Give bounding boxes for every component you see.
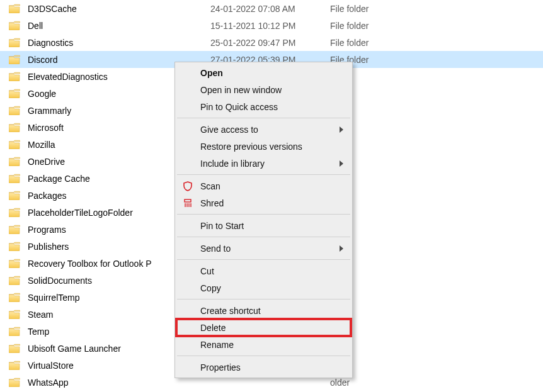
folder-icon (9, 72, 20, 81)
menu-give-access-to[interactable]: Give access to (176, 121, 351, 138)
file-name: OneDrive (28, 157, 65, 167)
file-name-cell: Dell (9, 21, 210, 31)
file-name-cell: Diagnostics (9, 38, 210, 48)
folder-icon (9, 293, 20, 302)
menu-label: Send to (200, 244, 231, 254)
file-row[interactable]: Dell15-11-2021 10:12 PMFile folder (0, 17, 543, 34)
menu-open[interactable]: Open (176, 64, 351, 81)
folder-icon (9, 361, 20, 370)
file-name: SolidDocuments (28, 276, 92, 286)
file-name: D3DSCache (28, 4, 77, 14)
menu-label: Pin to Start (200, 221, 244, 231)
file-name: Temp (28, 327, 49, 337)
shred-icon (183, 198, 193, 208)
file-type: older (330, 191, 543, 201)
menu-label: Delete (200, 323, 226, 333)
folder-icon (9, 89, 20, 98)
file-name: Steam (28, 310, 53, 320)
file-type: older (330, 140, 543, 150)
folder-icon (9, 157, 20, 166)
file-type: older (330, 208, 543, 218)
file-type: older (330, 72, 543, 82)
menu-label: Open in new window (200, 85, 282, 95)
folder-icon (9, 4, 20, 13)
file-name: Package Cache (28, 174, 90, 184)
menu-scan[interactable]: Scan (176, 177, 351, 194)
file-date: 24-01-2022 07:08 AM (210, 4, 330, 14)
folder-icon (9, 344, 20, 353)
menu-rename[interactable]: Rename (176, 336, 351, 353)
file-name: ElevatedDiagnostics (28, 72, 108, 82)
file-type: File folder (330, 55, 543, 65)
menu-label: Cut (200, 266, 214, 276)
menu-include-in-library[interactable]: Include in library (176, 155, 351, 172)
file-name: Microsoft (28, 123, 64, 133)
file-name: Dell (28, 21, 43, 31)
file-type: older (330, 242, 543, 252)
folder-icon (9, 259, 20, 268)
menu-label: Copy (200, 283, 221, 293)
menu-properties[interactable]: Properties (176, 359, 351, 376)
file-name: Packages (28, 191, 66, 201)
folder-icon (9, 106, 20, 115)
menu-open-new-window[interactable]: Open in new window (176, 81, 351, 98)
file-type: older (330, 276, 543, 286)
menu-separator (177, 118, 350, 118)
file-type: File folder (330, 38, 543, 48)
file-type: older (330, 174, 543, 184)
file-name: SquirrelTemp (28, 293, 79, 303)
folder-icon (9, 242, 20, 251)
menu-label: Pin to Quick access (200, 102, 278, 112)
menu-separator (177, 356, 350, 356)
file-type: older (330, 259, 543, 269)
folder-icon (9, 21, 20, 30)
file-name: Diagnostics (28, 38, 73, 48)
folder-icon (9, 140, 20, 149)
folder-icon (9, 310, 20, 319)
menu-delete[interactable]: Delete (176, 319, 351, 336)
file-type: older (330, 293, 543, 303)
file-type: File folder (330, 21, 543, 31)
file-date: 15-11-2021 10:12 PM (210, 21, 330, 31)
folder-icon (9, 191, 20, 200)
menu-restore-previous[interactable]: Restore previous versions (176, 138, 351, 155)
menu-copy[interactable]: Copy (176, 279, 351, 296)
file-name-cell: D3DSCache (9, 4, 210, 14)
file-type: older (330, 123, 543, 133)
folder-icon (9, 225, 20, 234)
folder-icon (9, 174, 20, 183)
file-name: VirtualStore (28, 361, 74, 371)
file-name: Grammarly (28, 106, 71, 116)
folder-icon (9, 55, 20, 64)
file-name: Google (28, 89, 56, 99)
file-type: File folder (330, 4, 543, 14)
file-type: older (330, 310, 543, 320)
menu-label: Create shortcut (200, 306, 261, 316)
folder-icon (9, 38, 20, 47)
file-name: Discord (28, 55, 57, 65)
file-type: older (330, 327, 543, 337)
file-type: older (330, 157, 543, 167)
folder-icon (9, 276, 20, 285)
menu-label: Give access to (200, 125, 258, 135)
menu-label: Include in library (200, 159, 265, 169)
menu-pin-to-start[interactable]: Pin to Start (176, 217, 351, 234)
file-name: Mozilla (28, 140, 55, 150)
menu-label: Scan (200, 181, 220, 191)
menu-label: Properties (200, 362, 241, 372)
menu-pin-quick-access[interactable]: Pin to Quick access (176, 98, 351, 115)
menu-create-shortcut[interactable]: Create shortcut (176, 302, 351, 319)
menu-shred[interactable]: Shred (176, 194, 351, 211)
file-name: Recovery Toolbox for Outlook P (28, 259, 152, 269)
file-row[interactable]: D3DSCache24-01-2022 07:08 AMFile folder (0, 0, 543, 17)
file-row[interactable]: Diagnostics25-01-2022 09:47 PMFile folde… (0, 34, 543, 51)
menu-separator (177, 174, 350, 175)
menu-label: Shred (200, 198, 224, 208)
menu-send-to[interactable]: Send to (176, 240, 351, 257)
file-type: older (330, 225, 543, 235)
menu-label: Rename (200, 340, 234, 350)
menu-separator (177, 214, 350, 215)
menu-cut[interactable]: Cut (176, 262, 351, 279)
file-name-cell: WhatsApp (9, 378, 210, 388)
file-type: older (330, 361, 543, 371)
